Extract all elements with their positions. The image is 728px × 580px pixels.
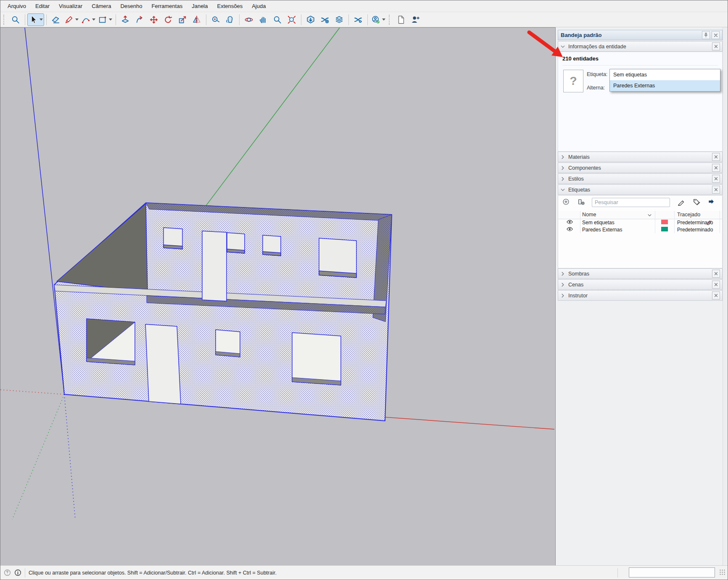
- close-section-icon[interactable]: [712, 281, 720, 289]
- toolbar-grip[interactable]: [3, 15, 6, 25]
- sync-settings-icon[interactable]: [351, 13, 365, 26]
- paint-bucket-tool-icon[interactable]: [223, 13, 237, 26]
- alterna-label: Alterna:: [587, 85, 605, 91]
- status-hint: Clique ou arraste para selecionar objeto…: [29, 570, 277, 576]
- section-header-estilos[interactable]: Estilos: [558, 173, 723, 184]
- unknown-entity-glyph: ?: [570, 74, 577, 88]
- chevron-down-icon: [560, 187, 565, 192]
- zoom-view-icon[interactable]: [270, 13, 285, 26]
- rotate-tool-icon[interactable]: [161, 13, 175, 26]
- drawing-canvas[interactable]: [0, 28, 555, 565]
- pin-icon[interactable]: [702, 31, 710, 39]
- chevron-right-icon: [560, 176, 565, 181]
- connect-sync-icon[interactable]: [318, 13, 332, 26]
- rectangle-tool-icon[interactable]: [97, 13, 113, 26]
- menu-extensoes[interactable]: Extensões: [212, 1, 247, 11]
- scale-tool-icon[interactable]: [175, 13, 190, 26]
- measurements-input[interactable]: [629, 567, 715, 577]
- account-avatar-caret-icon[interactable]: [382, 18, 385, 21]
- menu-ferramentas[interactable]: Ferramentas: [147, 1, 187, 11]
- visibility-eye-icon[interactable]: [567, 227, 573, 233]
- zoom-extents-icon[interactable]: [285, 13, 299, 26]
- tag-row[interactable]: Paredes Externas Predeterminado: [558, 226, 722, 234]
- select-tool-caret-icon[interactable]: [40, 18, 43, 21]
- new-document-icon[interactable]: [394, 13, 408, 26]
- toolbar-separator: [116, 14, 116, 25]
- info-status-icon[interactable]: [14, 569, 21, 576]
- close-section-icon[interactable]: [712, 42, 720, 50]
- tags-table-header: Nome Tracejado: [558, 211, 722, 219]
- section-header-sombras[interactable]: Sombras: [558, 268, 723, 279]
- section-header-materiais[interactable]: Materiais: [558, 152, 723, 162]
- chevron-right-icon: [560, 271, 565, 276]
- section-label: Informações da entidade: [568, 44, 709, 50]
- sketchup-window: ArquivoEditarVisualizarCâmeraDesenhoFerr…: [0, 0, 728, 580]
- sort-chevron-icon[interactable]: [647, 213, 652, 218]
- section-header-componentes[interactable]: Componentes: [558, 163, 723, 173]
- menu-desenho[interactable]: Desenho: [116, 1, 147, 11]
- zoom-tool-icon[interactable]: [8, 13, 23, 26]
- warehouse-download-icon[interactable]: [303, 13, 318, 26]
- section-header-instrutor[interactable]: Instrutor: [558, 290, 723, 301]
- visibility-eye-icon[interactable]: [567, 220, 573, 226]
- section-header-etiquetas[interactable]: Etiquetas: [558, 184, 723, 195]
- arc-tool-caret-icon[interactable]: [92, 18, 95, 21]
- eraser-tool-icon[interactable]: [49, 13, 63, 26]
- dropdown-option-highlighted[interactable]: Paredes Externas: [610, 80, 720, 91]
- add-tag-folder-icon[interactable]: [578, 198, 586, 205]
- select-tool-icon[interactable]: [27, 13, 44, 26]
- orbit-tool-icon[interactable]: [242, 13, 256, 26]
- menu-janela[interactable]: Janela: [187, 1, 212, 11]
- menu-camera[interactable]: Câmera: [87, 1, 116, 11]
- tag-dashes-value[interactable]: Predeterminado: [677, 227, 713, 233]
- pencil-cursor-icon: [706, 219, 712, 226]
- person-add-icon[interactable]: [408, 13, 422, 26]
- viewport-3d[interactable]: [0, 27, 555, 565]
- tray-close-icon[interactable]: [712, 31, 720, 39]
- search-input[interactable]: [592, 198, 670, 207]
- menu-editar[interactable]: Editar: [31, 1, 54, 11]
- tags-icon[interactable]: [693, 198, 700, 206]
- tag-row[interactable]: Sem etiquetas Predeterminado: [558, 219, 722, 226]
- edit-tag-pencil-icon[interactable]: [678, 198, 685, 206]
- toolbar-grip[interactable]: [389, 15, 392, 25]
- dashes-column-header[interactable]: Tracejado: [677, 212, 700, 218]
- close-section-icon[interactable]: [712, 186, 720, 194]
- name-column-header[interactable]: Nome: [582, 212, 596, 218]
- tag-color-swatch[interactable]: [661, 220, 668, 224]
- pan-tool-icon[interactable]: [256, 13, 270, 26]
- etiqueta-label: Etiqueta:: [587, 71, 607, 77]
- close-section-icon[interactable]: [712, 270, 720, 278]
- chevron-right-icon: [560, 165, 565, 171]
- menu-ajuda[interactable]: Ajuda: [247, 1, 270, 11]
- flip-tool-icon[interactable]: [190, 13, 204, 26]
- followme-tool-icon[interactable]: [132, 13, 147, 26]
- move-tool-icon[interactable]: [147, 13, 161, 26]
- line-tool-icon[interactable]: [63, 13, 80, 26]
- layers-export-icon[interactable]: [332, 13, 346, 26]
- tag-details-arrow-icon[interactable]: [708, 198, 715, 206]
- menu-arquivo[interactable]: Arquivo: [3, 1, 31, 11]
- close-section-icon[interactable]: [712, 175, 720, 183]
- rectangle-tool-caret-icon[interactable]: [109, 18, 112, 21]
- arc-tool-icon[interactable]: [80, 13, 97, 26]
- section-header-entity-info[interactable]: Informações da entidade: [558, 41, 723, 52]
- dropdown-option[interactable]: Sem etiquetas: [610, 69, 720, 80]
- section-label: Componentes: [568, 165, 709, 171]
- close-section-icon[interactable]: [712, 153, 720, 161]
- close-section-icon[interactable]: [712, 291, 720, 299]
- menu-visualizar[interactable]: Visualizar: [54, 1, 87, 11]
- resize-grip[interactable]: [719, 569, 726, 576]
- house-model[interactable]: [54, 203, 392, 421]
- tape-measure-tool-icon[interactable]: [208, 13, 223, 26]
- account-avatar-icon[interactable]: [370, 13, 387, 26]
- entity-thumbnail: ?: [563, 70, 583, 92]
- geolocation-status-icon[interactable]: [4, 569, 11, 576]
- section-header-cenas[interactable]: Cenas: [558, 279, 723, 290]
- pushpull-tool-icon[interactable]: [118, 13, 132, 26]
- line-tool-caret-icon[interactable]: [75, 18, 79, 21]
- close-section-icon[interactable]: [712, 164, 720, 172]
- section-label: Instrutor: [568, 293, 709, 299]
- tag-color-swatch[interactable]: [661, 227, 668, 231]
- add-tag-icon[interactable]: [562, 198, 570, 205]
